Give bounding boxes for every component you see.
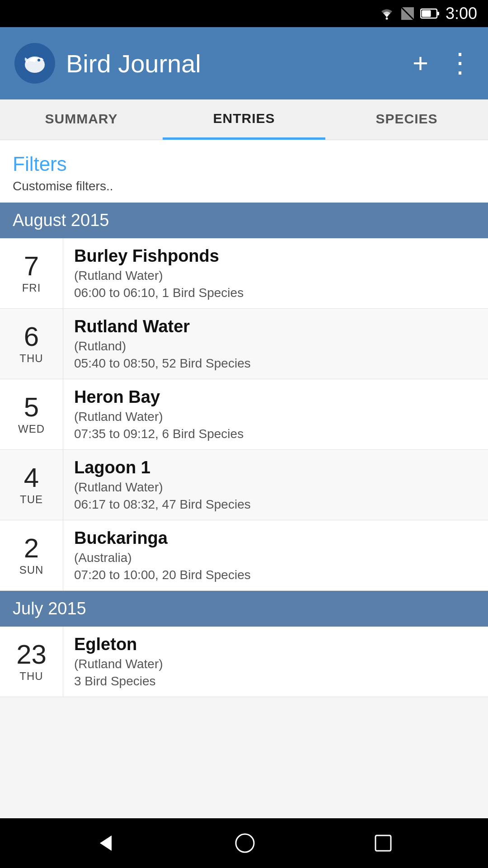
bird-logo-icon: [19, 47, 51, 79]
entry-name: Burley Fishponds: [74, 246, 477, 266]
list-item[interactable]: 5 WED Heron Bay (Rutland Water) 07:35 to…: [0, 379, 488, 450]
tab-bar: SUMMARY ENTRIES SPECIES: [0, 99, 488, 140]
battery-icon: [420, 7, 440, 20]
app-bar: Bird Journal + ⋮: [0, 27, 488, 99]
list-item[interactable]: 23 THU Egleton (Rutland Water) 3 Bird Sp…: [0, 627, 488, 697]
entry-details: 05:40 to 08:50, 52 Bird Species: [74, 356, 477, 371]
entry-location: (Rutland): [74, 339, 477, 354]
svg-point-9: [236, 834, 254, 852]
entry-name: Heron Bay: [74, 387, 477, 407]
tab-entries[interactable]: ENTRIES: [163, 99, 325, 140]
entry-date-day: THU: [19, 352, 43, 365]
entry-details: 07:35 to 09:12, 6 Bird Species: [74, 427, 477, 441]
entry-location: (Rutland Water): [74, 480, 477, 495]
add-button[interactable]: +: [413, 50, 428, 77]
entry-details: 06:00 to 06:10, 1 Bird Species: [74, 286, 477, 300]
svg-point-0: [385, 18, 388, 20]
entry-content: Rutland Water (Rutland) 05:40 to 08:50, …: [63, 309, 488, 379]
entry-date-day: FRI: [22, 282, 41, 294]
home-button[interactable]: [234, 832, 256, 854]
sim-icon: [400, 6, 415, 21]
entry-details: 3 Bird Species: [74, 674, 477, 689]
entry-date-day: THU: [19, 670, 43, 683]
month-header-august: August 2015: [0, 203, 488, 238]
svg-point-7: [38, 59, 40, 61]
entry-date-number: 6: [24, 323, 39, 350]
list-item[interactable]: 4 TUE Lagoon 1 (Rutland Water) 06:17 to …: [0, 450, 488, 520]
svg-rect-5: [437, 12, 439, 15]
entry-location: (Rutland Water): [74, 269, 477, 283]
entry-date-number: 7: [24, 253, 39, 280]
filters-title: Filters: [13, 153, 475, 175]
home-icon: [234, 832, 256, 854]
entry-content: Heron Bay (Rutland Water) 07:35 to 09:12…: [63, 379, 488, 449]
status-bar: 3:00: [0, 0, 488, 27]
wifi-icon: [379, 7, 395, 20]
content-area: Filters Customise filters.. August 2015 …: [0, 140, 488, 818]
entry-name: Lagoon 1: [74, 458, 477, 477]
entry-date-number: 23: [16, 641, 47, 668]
entry-date-number: 2: [24, 535, 39, 562]
entry-details: 06:17 to 08:32, 47 Bird Species: [74, 497, 477, 512]
bottom-nav: [0, 818, 488, 868]
status-time: 3:00: [446, 4, 477, 23]
svg-marker-8: [100, 835, 112, 851]
entry-date-box: 7 FRI: [0, 238, 63, 308]
entry-details: 07:20 to 10:00, 20 Bird Species: [74, 568, 477, 582]
list-item[interactable]: 6 THU Rutland Water (Rutland) 05:40 to 0…: [0, 309, 488, 379]
entry-location: (Rutland Water): [74, 657, 477, 671]
tab-summary[interactable]: SUMMARY: [0, 99, 163, 140]
entry-location: (Australia): [74, 551, 477, 565]
entry-content: Burley Fishponds (Rutland Water) 06:00 t…: [63, 238, 488, 308]
entry-content: Lagoon 1 (Rutland Water) 06:17 to 08:32,…: [63, 450, 488, 520]
entry-date-day: WED: [18, 423, 45, 435]
back-icon: [94, 832, 117, 854]
entry-date-day: SUN: [19, 564, 44, 576]
entry-date-box: 5 WED: [0, 379, 63, 449]
list-item[interactable]: 7 FRI Burley Fishponds (Rutland Water) 0…: [0, 238, 488, 309]
status-icons: 3:00: [379, 4, 477, 23]
tab-species[interactable]: SPECIES: [325, 99, 488, 140]
entry-date-box: 23 THU: [0, 627, 63, 697]
filters-section[interactable]: Filters Customise filters..: [0, 140, 488, 203]
list-item[interactable]: 2 SUN Buckaringa (Australia) 07:20 to 10…: [0, 520, 488, 591]
app-logo: [14, 43, 55, 84]
recents-button[interactable]: [373, 833, 394, 854]
recents-icon: [373, 833, 394, 854]
back-button[interactable]: [94, 832, 117, 854]
more-menu-button[interactable]: ⋮: [446, 50, 474, 77]
entry-content: Egleton (Rutland Water) 3 Bird Species: [63, 627, 488, 697]
entry-date-box: 4 TUE: [0, 450, 63, 520]
month-header-july: July 2015: [0, 591, 488, 627]
entry-date-box: 2 SUN: [0, 520, 63, 590]
app-bar-actions: + ⋮: [413, 50, 474, 77]
svg-rect-4: [422, 10, 431, 17]
entry-name: Egleton: [74, 635, 477, 654]
entry-date-number: 5: [24, 394, 39, 421]
svg-rect-10: [375, 835, 391, 851]
app-title: Bird Journal: [66, 49, 413, 78]
entry-date-box: 6 THU: [0, 309, 63, 379]
entry-name: Buckaringa: [74, 528, 477, 548]
entry-date-number: 4: [24, 464, 39, 491]
entry-date-day: TUE: [20, 493, 43, 506]
filters-subtitle: Customise filters..: [13, 179, 475, 193]
entry-location: (Rutland Water): [74, 410, 477, 424]
entry-content: Buckaringa (Australia) 07:20 to 10:00, 2…: [63, 520, 488, 590]
entry-name: Rutland Water: [74, 317, 477, 336]
